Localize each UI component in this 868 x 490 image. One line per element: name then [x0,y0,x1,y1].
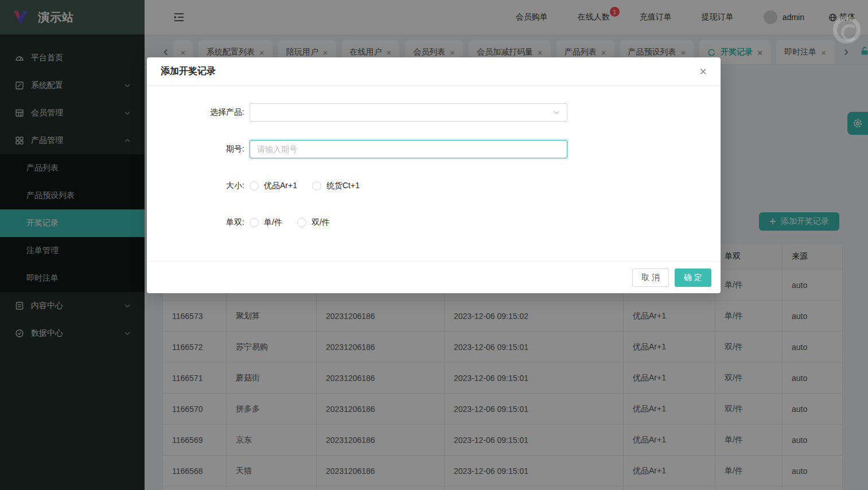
form-row-parity: 单双: 单/件 双/件 [147,213,721,232]
radio-label: 优品Ar+1 [264,181,297,191]
modal-header: 添加开奖记录 × [147,57,721,86]
form-row-size: 大小: 优品Ar+1 统货Ct+1 [147,177,721,195]
watermark-icon [833,16,861,44]
radio-label: 单/件 [264,217,282,228]
size-radio-group: 优品Ar+1 统货Ct+1 [250,181,375,191]
form-row-product: 选择产品: [147,103,721,122]
issue-label: 期号: [147,144,250,154]
size-option-a[interactable]: 优品Ar+1 [250,181,297,191]
parity-label: 单双: [147,217,250,228]
parity-radio-group: 单/件 双/件 [250,217,345,228]
parity-option-even[interactable]: 双/件 [297,217,330,228]
cancel-button[interactable]: 取 消 [632,269,669,287]
form-row-issue: 期号: [147,140,721,158]
radio-label: 双/件 [312,217,330,228]
product-label: 选择产品: [147,107,250,118]
issue-number-input[interactable] [250,140,567,158]
radio-label: 统货Ct+1 [326,181,360,191]
add-lottery-record-modal: 添加开奖记录 × 选择产品: 期号: 大小: 优品Ar+1 统货Ct+1 [147,57,721,293]
modal-footer: 取 消 确 定 [147,261,721,293]
product-select[interactable] [250,103,567,122]
radio-icon[interactable] [312,181,321,190]
radio-icon[interactable] [250,181,259,190]
app: 演示站 平台首页 系统配置 会员管理 产品管理 [0,0,868,490]
size-label: 大小: [147,181,250,191]
confirm-button[interactable]: 确 定 [675,269,711,287]
radio-icon[interactable] [250,218,259,227]
close-icon[interactable]: × [699,65,707,78]
modal-body: 选择产品: 期号: 大小: 优品Ar+1 统货Ct+1 单双: 单/件 [147,86,721,261]
radio-icon[interactable] [297,218,306,227]
modal-title: 添加开奖记录 [161,65,216,77]
parity-option-odd[interactable]: 单/件 [250,217,282,228]
size-option-b[interactable]: 统货Ct+1 [312,181,360,191]
chevron-down-icon [553,109,560,116]
